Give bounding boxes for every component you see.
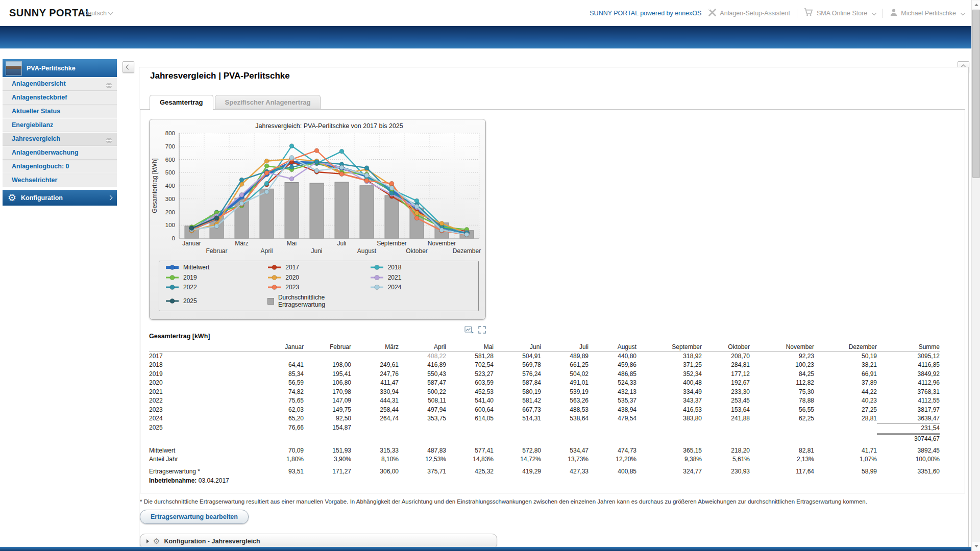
table-cell: 37,89 <box>814 379 877 388</box>
tab-spezifischer-anlagenertrag[interactable]: Spezifischer Anlagenertrag <box>215 95 321 109</box>
table-cell: 106,80 <box>304 379 351 388</box>
table-cell: 375,71 <box>399 467 446 477</box>
table-cell: 195,41 <box>304 370 351 379</box>
scrollbar-thumb[interactable] <box>972 10 980 178</box>
table-cell <box>446 433 494 442</box>
table-cell: 56,59 <box>210 379 304 388</box>
svg-text:März: März <box>235 240 249 247</box>
language-selector[interactable]: Deutsch <box>83 10 112 17</box>
table-cell: 40,23 <box>814 396 877 406</box>
svg-text:400: 400 <box>165 183 175 189</box>
table-cell: August <box>589 343 636 352</box>
table-cell: 100,23 <box>750 361 814 370</box>
legend-item: Durchschnittliche Ertragserwartung <box>267 294 370 308</box>
svg-text:Januar: Januar <box>182 240 201 247</box>
table-cell: 3095,12 <box>877 352 940 361</box>
table-cell: 306,00 <box>351 467 399 477</box>
legend-item: 2019 <box>165 274 267 281</box>
table-row-label: 2021 <box>149 388 210 397</box>
sidebar-item-label: Anlagenlogbuch: 0 <box>12 163 69 170</box>
sidebar-item-wechselrichter[interactable]: Wechselrichter <box>3 173 117 187</box>
table-row-label: 2019 <box>149 370 210 379</box>
svg-text:800: 800 <box>165 130 175 136</box>
table-cell: 488,53 <box>541 406 589 415</box>
sidebar-item-energiebilanz[interactable]: Energiebilanz <box>3 118 117 132</box>
sidebar-item-anlagensteckbrief[interactable]: Anlagensteckbrief <box>3 91 117 105</box>
table-cell: 523,27 <box>446 370 494 379</box>
sidebar-item-jahresvergleich[interactable]: Jahresvergleich <box>3 132 117 146</box>
svg-text:500: 500 <box>165 169 175 176</box>
table-cell: 13,73% <box>541 455 589 464</box>
table-cell: 9,38% <box>636 455 702 464</box>
table-cell: 4116,85 <box>877 361 940 370</box>
table-cell: 569,78 <box>494 361 541 370</box>
svg-text:Mai: Mai <box>287 240 297 247</box>
table-row-label: 2023 <box>149 406 210 415</box>
expand-arrow-icon <box>146 539 149 543</box>
table-cell: 147,09 <box>304 396 351 406</box>
table-cell: 56,55 <box>750 406 814 415</box>
table-cell: 534,47 <box>541 446 589 456</box>
table-cell <box>210 433 304 442</box>
tab-gesamtertrag[interactable]: Gesamtertrag <box>150 95 213 110</box>
table-cell <box>494 423 541 433</box>
collapse-sidebar-button[interactable] <box>122 61 134 73</box>
table-cell: 416,53 <box>636 406 702 415</box>
setup-assistant-button[interactable]: Anlagen-Setup-Assistent <box>708 8 790 18</box>
footnote: * Die durchschnittliche Ertragserwartung… <box>140 498 963 505</box>
legend-item: 2023 <box>267 284 370 291</box>
powered-by-ennexos-link[interactable]: SUNNY PORTAL powered by ennexOS <box>590 10 701 17</box>
vertical-scrollbar[interactable] <box>971 0 980 551</box>
table-cell: November <box>750 343 814 352</box>
table-cell: 440,80 <box>589 352 636 361</box>
sma-online-store-menu[interactable]: SMA Online Store <box>804 8 876 18</box>
cart-icon <box>804 8 814 18</box>
table-cell: 64,41 <box>210 361 304 370</box>
plant-header[interactable]: PVA-Perlitschke <box>3 59 117 77</box>
page: SUNNY PORTAL Deutsch SUNNY PORTAL powere… <box>0 0 980 551</box>
plant-name: PVA-Perlitschke <box>27 65 76 72</box>
sidebar-item-konfiguration[interactable]: ⚙ Konfiguration <box>3 190 117 206</box>
legend-item: Mittelwert <box>165 264 267 271</box>
sidebar-item-anlagenüberwachung[interactable]: Anlagenüberwachung <box>3 146 117 160</box>
table-cell: 30744,67 <box>877 433 940 442</box>
table-cell: 93,51 <box>210 467 304 477</box>
table-cell: 324,77 <box>636 467 702 477</box>
scroll-down-button[interactable] <box>972 542 980 550</box>
table-cell: 171,27 <box>304 467 351 477</box>
table-cell: 539,19 <box>541 388 589 397</box>
legend-item: 2020 <box>267 274 370 281</box>
table-cell: 75,30 <box>750 388 814 397</box>
sidebar-item-aktueller-status[interactable]: Aktueller Status <box>3 105 117 118</box>
edit-expectation-button[interactable]: Ertragserwartung bearbeiten <box>140 510 249 524</box>
scroll-up-button[interactable] <box>972 1 980 9</box>
table-cell: 1,80% <box>210 455 304 464</box>
user-menu[interactable]: Michael Perlitschke <box>890 8 965 18</box>
sidebar-item-anlagenübersicht[interactable]: Anlagenübersicht <box>3 77 117 91</box>
table-cell <box>702 423 750 433</box>
table-cell: 62,03 <box>210 406 304 415</box>
table-cell <box>304 352 351 361</box>
table-cell: 2,13% <box>750 455 814 464</box>
table-grid: JanuarFebruarMärzAprilMaiJuniJuliAugustS… <box>149 343 940 476</box>
blue-header-band <box>0 26 980 48</box>
table-header-cell <box>149 343 210 352</box>
legend-item: 2024 <box>370 284 472 291</box>
sidebar-item-anlagenlogbuch-0[interactable]: Anlagenlogbuch: 0 <box>3 160 117 173</box>
table-cell: 84,25 <box>750 370 814 379</box>
table-cell: 112,82 <box>750 379 814 388</box>
sunny-portal-logo: SUNNY PORTAL <box>9 7 92 19</box>
table-cell: 58,99 <box>814 467 877 477</box>
legend-item: 2018 <box>370 264 472 271</box>
table-cell: 563,26 <box>541 396 589 406</box>
table-cell: 371,25 <box>636 361 702 370</box>
table-cell: 541,40 <box>446 396 494 406</box>
table-cell: 82,81 <box>750 446 814 456</box>
table-cell: 587,84 <box>494 379 541 388</box>
table-cell: 535,37 <box>589 396 636 406</box>
table-cell: April <box>399 343 446 352</box>
user-icon <box>890 8 898 18</box>
table-cell: 66,91 <box>814 370 877 379</box>
table-cell: 100,00% <box>877 455 940 464</box>
table-cell: Dezember <box>814 343 877 352</box>
